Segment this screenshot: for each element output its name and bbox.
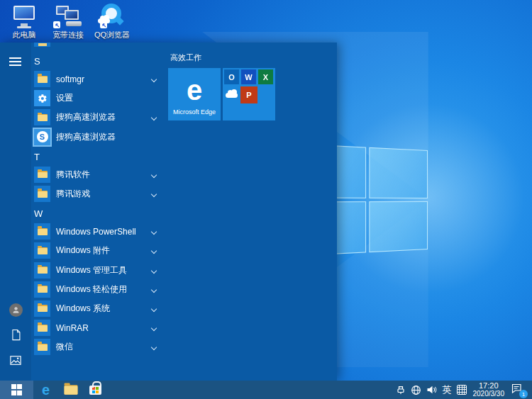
chevron-down-icon[interactable] bbox=[151, 77, 157, 82]
tile-powerpoint[interactable]: P bbox=[240, 86, 257, 103]
ime-language-indicator[interactable]: 英 bbox=[443, 383, 452, 396]
start-app-item[interactable]: 搜狗高速浏览器 bbox=[34, 108, 160, 127]
chevron-down-icon[interactable] bbox=[151, 191, 157, 197]
taskbar-store-button[interactable] bbox=[83, 381, 108, 399]
tile-outlook[interactable]: O bbox=[224, 69, 239, 84]
app-tile bbox=[34, 186, 50, 202]
chevron-down-icon[interactable] bbox=[151, 325, 157, 331]
notification-badge: 1 bbox=[519, 390, 528, 398]
start-button[interactable] bbox=[0, 381, 33, 399]
monitor-screen bbox=[13, 6, 35, 20]
system-tray: 英 17:20 2020/3/30 1 bbox=[396, 381, 532, 399]
avatar bbox=[9, 303, 23, 317]
outlook-icon: O bbox=[228, 73, 235, 82]
chevron-down-icon[interactable] bbox=[151, 267, 157, 273]
usb-icon bbox=[396, 385, 406, 395]
sogou-browser-icon: S bbox=[37, 131, 48, 142]
tile-microsoft-edge[interactable]: e Microsoft Edge bbox=[168, 68, 221, 120]
edge-icon: e bbox=[42, 383, 50, 397]
excel-icon: X bbox=[263, 73, 268, 82]
start-app-item[interactable]: S搜狗高速浏览器 bbox=[34, 128, 160, 147]
app-label: softmgr bbox=[56, 74, 84, 84]
modem bbox=[66, 21, 82, 26]
documents-button[interactable] bbox=[8, 327, 23, 342]
onedrive-cloud-icon bbox=[226, 93, 238, 98]
shortcut-arrow-icon bbox=[100, 21, 107, 28]
folder-icon bbox=[38, 266, 48, 274]
start-section-header[interactable]: S bbox=[34, 51, 160, 69]
start-app-item[interactable]: 腾讯软件 bbox=[34, 165, 160, 184]
start-app-list: Ssoftmgr设置搜狗高速浏览器S搜狗高速浏览器T腾讯软件腾讯游戏WWindo… bbox=[34, 51, 160, 356]
app-tile bbox=[34, 320, 50, 336]
start-app-item[interactable]: Windows 管理工具 bbox=[34, 261, 160, 280]
taskbar-edge-button[interactable]: e bbox=[33, 381, 58, 399]
chevron-down-icon[interactable] bbox=[151, 286, 157, 292]
chevron-down-icon[interactable] bbox=[151, 344, 157, 350]
start-app-item[interactable]: Windows 系统 bbox=[34, 299, 160, 318]
start-menu: Ssoftmgr设置搜狗高速浏览器S搜狗高速浏览器T腾讯软件腾讯游戏WWindo… bbox=[0, 43, 337, 381]
ime-mode-icon[interactable] bbox=[457, 385, 467, 395]
desktop-icon-label: QQ浏览器 bbox=[94, 30, 130, 40]
taskbar-clock[interactable]: 17:20 2020/3/30 bbox=[472, 382, 506, 398]
app-label: Windows 轻松使用 bbox=[56, 283, 127, 296]
app-tile bbox=[34, 71, 50, 87]
app-label: Windows 系统 bbox=[56, 303, 110, 315]
pictures-button[interactable] bbox=[8, 352, 23, 368]
tile-excel[interactable]: X bbox=[258, 69, 273, 84]
tile-group-label[interactable]: 高效工作 bbox=[170, 52, 326, 63]
app-label: 搜狗高速浏览器 bbox=[56, 131, 116, 143]
app-tile bbox=[34, 90, 50, 106]
start-app-item[interactable]: Windows PowerShell bbox=[34, 222, 160, 241]
start-app-item[interactable]: Windows 附件 bbox=[34, 241, 160, 260]
folder-icon bbox=[38, 325, 48, 332]
globe-network-icon bbox=[411, 385, 421, 395]
start-app-item[interactable]: softmgr bbox=[34, 69, 160, 89]
chevron-down-icon[interactable] bbox=[151, 306, 157, 312]
broadband-icon bbox=[52, 3, 84, 28]
desktop-icon-broadband[interactable]: 宽带连接 bbox=[48, 3, 88, 40]
partially-scrolled-app-tile[interactable] bbox=[34, 43, 50, 47]
network-tray-button[interactable] bbox=[411, 385, 421, 395]
chevron-down-icon[interactable] bbox=[151, 248, 157, 254]
document-icon bbox=[11, 329, 21, 341]
folder-icon bbox=[38, 171, 48, 178]
tile-label: Microsoft Edge bbox=[173, 108, 216, 116]
shortcut-arrow-icon bbox=[53, 21, 60, 28]
app-label: 腾讯软件 bbox=[56, 169, 90, 181]
taskbar: e bbox=[0, 381, 532, 399]
desktop-icon-label: 此电脑 bbox=[13, 30, 36, 40]
start-app-item[interactable]: 腾讯游戏 bbox=[34, 184, 160, 203]
windows-logo-icon bbox=[11, 384, 23, 395]
clock-date: 2020/3/30 bbox=[473, 390, 505, 398]
windows-logo-pane bbox=[369, 147, 428, 198]
qq-browser-icon bbox=[99, 3, 126, 28]
taskbar-file-explorer-button[interactable] bbox=[58, 381, 83, 399]
app-tile bbox=[34, 223, 50, 240]
tile-onedrive[interactable] bbox=[224, 88, 239, 103]
hamburger-menu-icon[interactable] bbox=[9, 57, 21, 66]
desktop-icon-this-pc[interactable]: 此电脑 bbox=[4, 3, 44, 40]
start-app-item[interactable]: 微信 bbox=[34, 337, 160, 356]
user-account-button[interactable] bbox=[8, 302, 23, 317]
app-label: Windows PowerShell bbox=[56, 227, 136, 237]
folder-icon bbox=[38, 76, 48, 83]
windows-color-flag bbox=[92, 387, 99, 393]
action-center-button[interactable]: 1 bbox=[511, 383, 526, 397]
start-app-item[interactable]: WinRAR bbox=[34, 318, 160, 337]
app-tile: S bbox=[34, 129, 50, 145]
start-section-header[interactable]: W bbox=[34, 203, 160, 222]
chevron-down-icon[interactable] bbox=[151, 229, 157, 235]
tile-word[interactable]: W bbox=[241, 69, 256, 84]
start-app-item[interactable]: Windows 轻松使用 bbox=[34, 280, 160, 299]
start-section-header[interactable]: T bbox=[34, 147, 160, 165]
pictures-icon bbox=[10, 355, 21, 366]
chevron-down-icon[interactable] bbox=[151, 172, 157, 178]
usb-device-tray-button[interactable] bbox=[396, 385, 406, 395]
start-app-item[interactable]: 设置 bbox=[34, 89, 160, 108]
volume-tray-button[interactable] bbox=[426, 385, 438, 395]
app-tile bbox=[34, 167, 50, 183]
folder-icon bbox=[38, 114, 48, 121]
desktop-icon-qq-browser[interactable]: QQ浏览器 bbox=[92, 3, 132, 40]
folder-icon bbox=[38, 286, 48, 293]
chevron-down-icon[interactable] bbox=[151, 115, 157, 120]
